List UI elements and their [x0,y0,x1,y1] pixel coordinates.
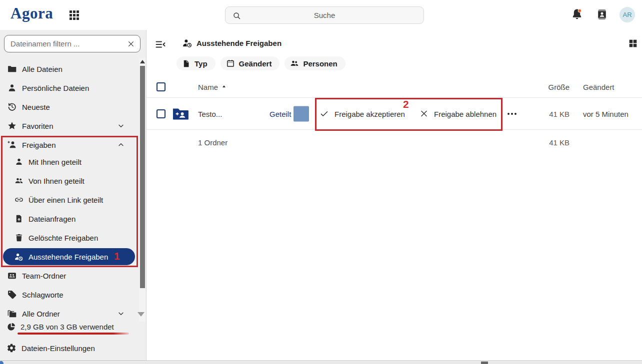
sidebar-item-label: Freigaben [22,141,56,149]
accept-share-button[interactable]: Freigabe akzeptieren [320,109,405,118]
sidebar-item-all-files[interactable]: Alle Dateien [0,59,139,78]
page-title: Ausstehende Freigaben [196,39,282,47]
trash-icon [14,233,24,242]
sidebar-item-favorites[interactable]: Favoriten [0,116,139,135]
main-content: Ausstehende Freigaben Typ Geändert Perso… [146,30,642,361]
sidebar-item-label: Alle Dateien [22,65,62,73]
chevron-down-icon[interactable] [117,122,125,130]
chevron-up-icon[interactable] [117,141,125,149]
sidebar-item-recent[interactable]: Neueste [0,97,139,116]
scrollbar-down-arrow-icon[interactable] [138,312,144,317]
sidebar-item-label: Team-Ordner [22,272,66,280]
sidebar-item-shared-by-link[interactable]: Über einen Link geteilt [0,190,139,209]
column-header-name[interactable]: Name [198,82,227,91]
sharer-avatar[interactable] [294,106,309,121]
quota-label: 2,9 GB von 3 GB verwendet [20,323,114,331]
sidebar-item-label: Persönliche Dateien [22,84,89,92]
sidebar-item-deleted-shares[interactable]: Gelöschte Freigaben [0,228,139,247]
row-actions-menu-icon[interactable] [506,110,518,118]
column-header-size[interactable]: Größe [520,82,570,91]
app-logo[interactable]: Agora [10,4,53,22]
filter-chips: Typ Geändert Personen [176,56,346,70]
person-clock-icon [182,38,192,48]
sidebar-item-shared-by-you[interactable]: Von Ihnen geteilt [0,171,139,190]
person-clock-icon [14,252,24,262]
people-icon [290,59,299,68]
taskbar-segment [481,362,488,364]
grid-view-icon[interactable] [628,38,638,49]
search-bar[interactable] [225,6,424,24]
summary-total-size: 41 KB [520,138,570,147]
decline-share-button[interactable]: Freigabe ablehnen [420,109,496,118]
chevron-down-icon[interactable] [117,310,125,318]
history-icon [7,102,17,112]
files-settings-button[interactable]: Dateien-Einstellungen [0,339,139,358]
search-icon [232,11,242,20]
settings-label: Dateien-Einstellungen [22,344,95,353]
sidebar-item-label: Alle Ordner [22,310,60,318]
shared-status-label[interactable]: Geteilt [270,109,291,118]
sidebar-scrollbar-thumb[interactable] [140,66,145,288]
scrollbar-up-arrow-icon[interactable] [140,60,145,63]
filename-filter-input[interactable] [4,35,122,52]
table-header: Name Größe Geändert [146,76,642,98]
tag-icon [7,290,17,300]
table-row[interactable]: Testo... Geteilt Freigabe akzeptieren Fr… [146,98,642,130]
sidebar-item-label: Von Ihnen geteilt [28,177,84,185]
user-avatar[interactable]: AR [620,7,635,22]
check-icon [320,109,328,118]
sidebar-item-label: Ausstehende Freigaben [28,253,108,261]
table-summary-row: 1 Ordner 41 KB [146,130,642,155]
folder-icon [7,64,17,74]
gear-icon [6,343,16,353]
sidebar-item-tags[interactable]: Schlagworte [0,285,139,304]
file-request-icon [14,214,24,223]
summary-count: 1 Ordner [198,138,228,147]
filter-chip-label: Typ [194,59,208,68]
avatar-initials: AR [622,11,632,18]
search-input[interactable] [226,7,424,23]
filter-chip-people[interactable]: Personen [284,56,345,70]
clear-filter-icon[interactable] [122,40,140,48]
sidebar-item-label: Favoriten [22,122,54,130]
apps-grid-icon[interactable] [70,10,79,20]
filename-filter-box [4,35,140,52]
folders-icon [7,309,17,319]
decline-share-label: Freigabe ablehnen [434,109,496,118]
person-icon [14,157,24,166]
column-header-modified[interactable]: Geändert [583,82,614,91]
filter-chip-label: Geändert [239,59,272,68]
taskbar-sliver [0,361,642,364]
sidebar-item-label: Über einen Link geteilt [28,196,103,204]
sidebar-item-pending-shares[interactable]: Ausstehende Freigaben [3,248,135,265]
team-folder-icon [7,271,17,281]
filter-chip-type[interactable]: Typ [176,56,216,70]
file-modified: vor 5 Minuten [583,109,628,118]
notification-bell-icon[interactable] [570,8,584,21]
row-checkbox[interactable] [156,109,166,118]
close-icon [420,110,428,118]
file-name[interactable]: Testo... [198,109,222,118]
sidebar-item-label: Gelöschte Freigaben [28,234,98,242]
people-icon [14,176,24,185]
collapse-sidebar-icon[interactable] [154,38,166,50]
file-icon [182,59,190,68]
accept-share-label: Freigabe akzeptieren [334,109,405,118]
calendar-icon [226,59,235,68]
sidebar-item-team-folders[interactable]: Team-Ordner [0,266,139,285]
sidebar-item-label: Neueste [22,103,50,111]
shared-folder-icon [172,105,190,123]
sidebar-item-personal-files[interactable]: Persönliche Dateien [0,78,139,97]
sidebar-item-shared-with-you[interactable]: Mit Ihnen geteilt [0,152,139,171]
pie-chart-icon [6,322,16,332]
filter-chip-label: Personen [303,59,337,68]
contacts-icon[interactable] [596,8,608,20]
annotation-underline-quota [18,333,129,335]
file-size: 41 KB [520,109,570,118]
sidebar-item-shares[interactable]: Freigaben [0,135,139,154]
select-all-checkbox[interactable] [156,82,166,91]
sidebar-item-file-requests[interactable]: Dateianfragen [0,209,139,228]
top-bar: Agora AR [0,0,642,30]
column-header-name-label: Name [198,82,218,91]
filter-chip-modified[interactable]: Geändert [220,56,280,70]
